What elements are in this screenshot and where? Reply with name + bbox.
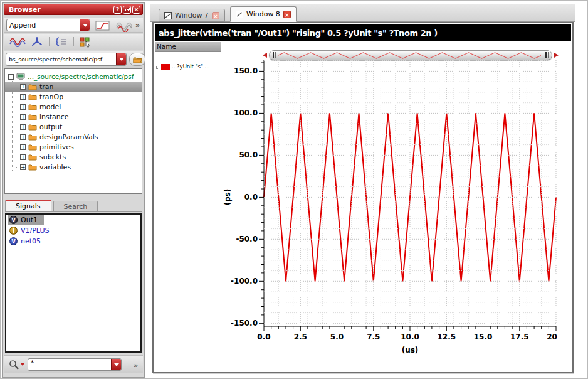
results-database-icon xyxy=(16,73,25,81)
tree-item-tran[interactable]: + tran xyxy=(5,82,142,92)
name-column-header[interactable]: Name xyxy=(155,42,221,52)
close-panel-button[interactable]: × xyxy=(132,6,140,14)
tab-label: Window 7 xyxy=(175,11,209,19)
select-results-button[interactable] xyxy=(78,36,94,48)
tree-root-row[interactable]: − ..._source/spectre/schematic/psf xyxy=(5,72,142,82)
svg-text:5.0: 5.0 xyxy=(330,333,344,341)
collapse-icon[interactable]: − xyxy=(8,74,14,80)
tab-window-8[interactable]: Window 8 × xyxy=(230,6,297,22)
close-tab-icon[interactable]: × xyxy=(283,11,291,18)
tab-label: Window 8 xyxy=(246,10,280,18)
expand-icon[interactable]: + xyxy=(20,124,26,130)
svg-text:10.0: 10.0 xyxy=(401,333,419,341)
pan-left-arrow[interactable] xyxy=(263,53,267,58)
trace-label: ...?yUnit "s" ... xyxy=(170,63,210,70)
expression-text: abs_jitter(vtime('tran "/Out1") "rising"… xyxy=(155,28,438,38)
browser-titlebar[interactable]: Browser ? × xyxy=(4,4,143,15)
slider-left-handle[interactable] xyxy=(273,52,276,58)
svg-text:0.0: 0.0 xyxy=(244,193,258,201)
branch-icon xyxy=(30,36,44,47)
search-dropdown-button[interactable] xyxy=(111,359,121,370)
tree-item-label: tranOp xyxy=(37,93,63,101)
signal-row-out1[interactable]: V Out1 xyxy=(6,215,140,225)
pan-right-arrow[interactable] xyxy=(554,53,559,58)
tree-item-model[interactable]: + model xyxy=(5,102,142,112)
expression-bar: abs_jitter(vtime('tran "/Out1") "rising"… xyxy=(155,24,571,41)
tree-item-label: output xyxy=(37,123,62,131)
path-select-dropdown-button[interactable] xyxy=(116,53,126,65)
open-results-button[interactable] xyxy=(129,53,145,66)
expand-icon[interactable]: + xyxy=(20,114,26,120)
tree-item-label: primitives xyxy=(37,143,74,151)
signal-name: V1/PLUS xyxy=(21,227,49,235)
tree-item-subckts[interactable]: + subckts xyxy=(5,152,142,162)
expand-icon[interactable]: + xyxy=(20,94,26,100)
svg-text:0.0: 0.0 xyxy=(257,333,270,341)
waves-icon xyxy=(9,36,28,47)
mode-select[interactable]: Append xyxy=(6,19,90,31)
tree-item-tranop[interactable]: + tranOp xyxy=(5,92,142,102)
search-input-value: * xyxy=(28,359,111,366)
svg-text:12.5: 12.5 xyxy=(437,333,456,341)
svg-text:50.0: 50.0 xyxy=(239,151,258,159)
browser-path-row: bs_source/spectre/schematic/psf xyxy=(4,51,143,68)
svg-text:15.0: 15.0 xyxy=(474,333,493,341)
search-overflow-button[interactable]: » xyxy=(134,361,138,370)
trace-color-swatch[interactable] xyxy=(161,64,170,70)
expressions-button[interactable] xyxy=(53,36,70,48)
toolbar-overflow-button[interactable]: » xyxy=(135,21,140,29)
svg-text:100.0: 100.0 xyxy=(234,109,258,117)
window-tabbar: Window 7 × Window 8 × xyxy=(150,4,575,22)
folder-icon xyxy=(28,93,37,100)
expand-icon[interactable]: + xyxy=(20,154,26,160)
search-options-dropdown[interactable] xyxy=(21,363,24,366)
chevron-down-icon xyxy=(83,24,88,27)
family-plot-button[interactable] xyxy=(114,19,134,33)
signals-search-tabs: Signals Search xyxy=(5,200,142,212)
tree-item-label: tran xyxy=(37,83,54,91)
folder-icon xyxy=(28,124,37,131)
tree-item-output[interactable]: + output xyxy=(5,122,142,132)
tree-item-label: model xyxy=(37,103,61,111)
svg-text:-50.0: -50.0 xyxy=(236,235,258,243)
svg-text:7.5: 7.5 xyxy=(367,333,380,341)
help-button[interactable]: ? xyxy=(113,6,122,14)
close-tab-icon[interactable]: × xyxy=(212,12,219,19)
tree-item-instance[interactable]: + instance xyxy=(5,112,142,122)
search-icon xyxy=(9,360,19,370)
signal-row-v1plus[interactable]: I V1/PLUS xyxy=(6,225,140,236)
slider-right-handle[interactable] xyxy=(545,52,549,58)
chevron-down-icon xyxy=(114,363,119,366)
tab-window-7[interactable]: Window 7 × xyxy=(159,9,225,22)
search-button[interactable] xyxy=(8,359,21,371)
svg-text:-150.0: -150.0 xyxy=(231,319,258,328)
svg-text:2.5: 2.5 xyxy=(294,333,307,341)
hierarchy-button[interactable] xyxy=(29,36,45,48)
mode-select-dropdown-button[interactable] xyxy=(80,19,90,31)
plot-signal-button[interactable] xyxy=(94,19,112,32)
tree-item-designparamvals[interactable]: + designParamVals xyxy=(5,132,142,142)
results-tree: − ..._source/spectre/schematic/psf + tra… xyxy=(4,68,142,194)
folder-icon xyxy=(28,144,37,151)
float-button[interactable] xyxy=(123,6,131,14)
folder-icon xyxy=(28,164,37,171)
tree-item-label: variables xyxy=(37,163,71,171)
folder-open-icon xyxy=(133,56,142,63)
expand-icon[interactable]: + xyxy=(20,84,26,90)
expand-icon[interactable]: + xyxy=(20,104,26,110)
browser-toolbar-row2 xyxy=(4,34,143,50)
expand-icon[interactable]: + xyxy=(20,164,26,170)
search-input-combo[interactable]: * xyxy=(28,358,122,371)
tab-signals[interactable]: Signals xyxy=(5,200,51,211)
tree-item-primitives[interactable]: + primitives xyxy=(5,142,142,152)
signal-row-net05[interactable]: V net05 xyxy=(6,236,140,247)
expand-icon[interactable]: + xyxy=(20,134,26,140)
tree-item-variables[interactable]: + variables xyxy=(5,162,142,172)
tab-search[interactable]: Search xyxy=(53,201,98,211)
waveform-plot[interactable]: 20.017.515.012.510.07.55.02.50.0-150.0-1… xyxy=(221,59,557,359)
waves-button[interactable] xyxy=(8,36,29,48)
current-signal-icon: I xyxy=(9,227,18,235)
path-select[interactable]: bs_source/spectre/schematic/psf xyxy=(6,53,127,66)
legend-item[interactable]: ...?yUnit "s" ... xyxy=(155,63,221,70)
expand-icon[interactable]: + xyxy=(20,144,26,150)
